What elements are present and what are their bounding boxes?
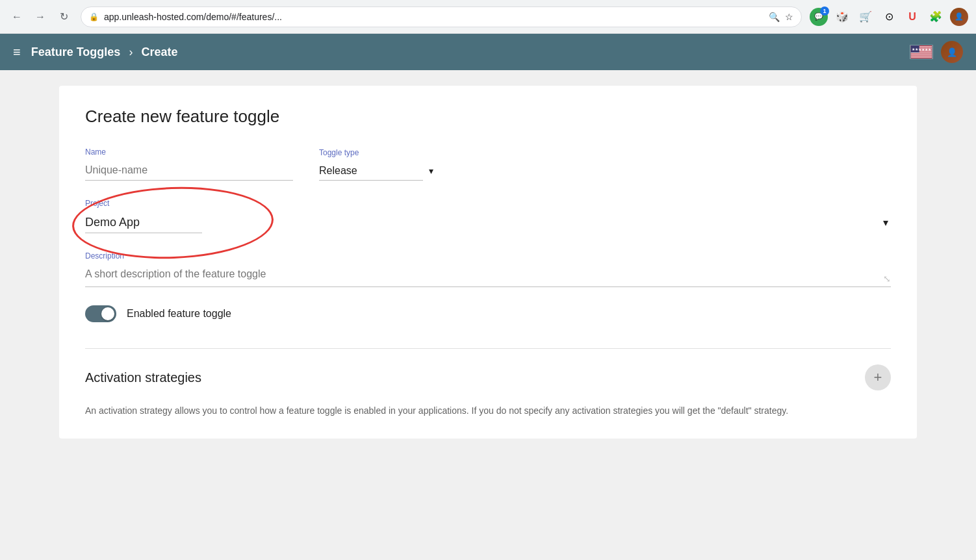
bookmark-icon: ☆ [785,12,793,22]
hamburger-menu-icon[interactable]: ≡ [13,45,21,60]
address-bar[interactable]: 🔒 app.unleash-hosted.com/demo/#/features… [81,6,802,27]
search-icon: 🔍 [769,12,780,22]
extension-3[interactable]: ⊙ [880,8,898,26]
browser-actions: 💬 1 🎲 🛒 ⊙ U 🧩 👤 [810,8,968,26]
svg-rect-5 [911,55,932,56]
description-row: ⤡ [85,264,891,287]
enabled-toggle-label: Enabled feature toggle [127,308,231,320]
form-card: Create new feature toggle Name Toggle ty… [59,86,917,439]
breadcrumb-parent[interactable]: Feature Toggles [31,45,121,58]
project-section: Project Demo App Default ▾ [85,199,891,233]
page-title: Create new feature toggle [85,107,891,127]
extension-1[interactable]: 🎲 [833,8,851,26]
project-group: Project Demo App Default ▾ [85,199,891,233]
svg-rect-6 [911,57,932,58]
name-label: Name [85,147,293,157]
toggle-track [85,305,116,322]
name-toggle-row: Name Toggle type Release Experiment Kill… [85,147,891,181]
name-input[interactable] [85,160,293,181]
toggle-type-group: Toggle type Release Experiment Kill swit… [319,148,436,181]
toggle-type-select-wrapper: Release Experiment Kill switch Operation… [319,161,436,181]
extension-5[interactable]: 🧩 [927,8,945,26]
browser-chrome: ← → ↻ 🔒 app.unleash-hosted.com/demo/#/fe… [0,0,976,34]
toggle-section: Enabled feature toggle [85,305,891,322]
back-button[interactable]: ← [8,8,26,26]
name-group: Name [85,147,293,181]
resize-handle-icon: ⤡ [883,274,891,284]
header-left: ≡ Feature Toggles › Create [13,45,177,60]
nav-buttons: ← → ↻ [8,8,73,26]
description-group: Description ⤡ [85,251,891,287]
breadcrumb-current: Create [141,45,177,58]
extension-4[interactable]: U [903,8,921,26]
language-flag-icon[interactable]: ★★★★★★ [910,45,933,59]
description-label: Description [85,251,891,261]
project-chevron-icon: ▾ [883,216,888,229]
toggle-type-chevron-icon: ▾ [429,166,433,176]
notification-badge: 1 [820,6,829,16]
header-user-avatar[interactable]: 👤 [941,41,963,63]
url-text: app.unleash-hosted.com/demo/#/features/.… [104,12,764,22]
main-content: Create new feature toggle Name Toggle ty… [0,70,976,560]
forward-button[interactable]: → [31,8,49,26]
activation-title: Activation strategies [85,370,201,385]
toggle-type-select[interactable]: Release Experiment Kill switch Operation… [319,161,423,181]
svg-rect-4 [911,53,932,54]
activation-section: Activation strategies + An activation st… [85,348,891,418]
reload-button[interactable]: ↻ [55,8,73,26]
description-input[interactable] [85,264,883,284]
user-avatar[interactable]: 👤 [950,8,968,26]
chat-extension[interactable]: 💬 1 [810,8,828,26]
toggle-thumb [101,307,114,320]
lock-icon: 🔒 [89,12,99,21]
header-right: ★★★★★★ 👤 [910,41,963,63]
breadcrumb: Feature Toggles › Create [31,45,178,59]
project-select-wrapper: Demo App Default ▾ [85,212,891,233]
activation-header: Activation strategies + [85,364,891,390]
toggle-type-label: Toggle type [319,148,436,157]
add-strategy-button[interactable]: + [865,364,891,390]
project-select[interactable]: Demo App Default [85,212,202,233]
extension-2[interactable]: 🛒 [856,8,875,26]
app-header: ≡ Feature Toggles › Create ★★★★★★ 👤 [0,34,976,70]
svg-text:★★★★★★: ★★★★★★ [912,47,931,51]
enabled-toggle[interactable] [85,305,116,322]
breadcrumb-separator: › [129,45,133,58]
project-label: Project [85,199,891,208]
activation-description: An activation strategy allows you to con… [85,403,891,418]
